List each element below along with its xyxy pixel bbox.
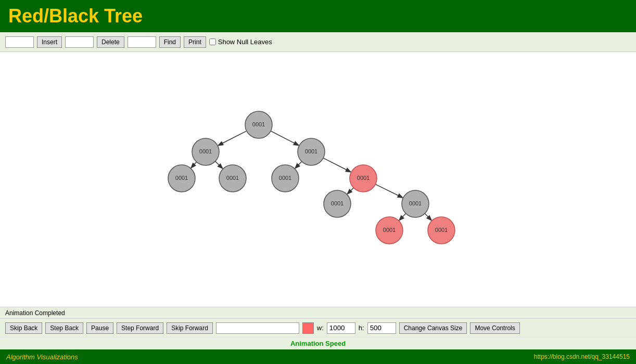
node-label: 0001 [383, 227, 396, 233]
delete-input[interactable] [65, 36, 94, 48]
tree-node: 0001 [192, 138, 219, 165]
tree-node: 0001 [272, 165, 299, 192]
footer: Algorithm Visualizations https://blog.cs… [0, 349, 636, 364]
change-canvas-button[interactable]: Change Canvas Size [399, 322, 467, 334]
status-message: Animation Completed [5, 309, 65, 317]
tree-node: 0001 [219, 165, 246, 192]
delete-button[interactable]: Delete [97, 36, 124, 48]
tree-edge [271, 131, 298, 145]
node-label: 0001 [279, 175, 291, 181]
skip-back-button[interactable]: Skip Back [5, 322, 42, 334]
height-input[interactable] [367, 322, 396, 334]
node-label: 0001 [199, 148, 212, 154]
speed-input[interactable] [216, 322, 299, 334]
skip-forward-button[interactable]: Skip Forward [167, 322, 213, 334]
color-picker[interactable] [302, 322, 314, 334]
node-label: 0001 [435, 227, 448, 233]
tree-node: 0001 [324, 190, 351, 217]
show-null-leaves-label[interactable]: Show Null Leaves [209, 38, 272, 46]
node-label: 0001 [175, 175, 188, 181]
tree-node: 0001 [298, 138, 325, 165]
tree-node: 0001 [245, 111, 272, 138]
footer-right: https://blog.csdn.net/qq_33144515 [534, 353, 630, 360]
tree-edge [400, 214, 406, 220]
node-label: 0001 [331, 200, 344, 206]
node-label: 0001 [409, 200, 422, 206]
pause-button[interactable]: Pause [86, 322, 113, 334]
footer-left: Algorithm Visualizations [6, 353, 78, 361]
header: Red/Black Tree [0, 0, 636, 32]
bottom-controls: Skip Back Step Back Pause Step Forward S… [0, 318, 636, 337]
show-null-leaves-checkbox[interactable] [209, 38, 216, 45]
animation-speed-row: Animation Speed [0, 337, 636, 349]
tree-edge [323, 158, 350, 172]
insert-input[interactable] [5, 36, 34, 48]
nodes-group: 0001000100010001000100010001000100010001… [168, 111, 455, 244]
node-label: 0001 [252, 121, 265, 127]
step-forward-button[interactable]: Step Forward [117, 322, 163, 334]
tree-node: 0001 [168, 165, 195, 192]
tree-svg: 0001000100010001000100010001000100010001… [0, 52, 636, 307]
w-label: w: [317, 324, 324, 332]
node-label: 0001 [226, 175, 239, 181]
tree-node: 0001 [428, 217, 455, 244]
h-label: h: [359, 324, 364, 332]
animation-speed-label: Animation Speed [290, 340, 346, 347]
status-bar: Animation Completed [0, 307, 636, 318]
tree-edge [219, 131, 247, 145]
node-label: 0001 [357, 175, 370, 181]
toolbar: Insert Delete Find Print Show Null Leave… [0, 32, 636, 52]
move-controls-button[interactable]: Move Controls [470, 322, 519, 334]
canvas-area: 0001000100010001000100010001000100010001… [0, 52, 636, 307]
insert-button[interactable]: Insert [37, 36, 62, 48]
tree-edge [296, 162, 302, 168]
tree-edge [375, 184, 402, 197]
tree-edge [215, 161, 222, 168]
tree-node: 0001 [376, 217, 403, 244]
show-null-leaves-text: Show Null Leaves [218, 38, 272, 46]
tree-edge [348, 188, 353, 193]
width-input[interactable] [327, 322, 355, 334]
print-button[interactable]: Print [184, 36, 206, 48]
tree-node: 0001 [350, 165, 377, 192]
node-label: 0001 [305, 148, 317, 154]
find-input[interactable] [128, 36, 156, 48]
step-back-button[interactable]: Step Back [45, 322, 83, 334]
tree-edge [192, 162, 197, 167]
tree-node: 0001 [402, 190, 429, 217]
page-title: Red/Black Tree [8, 5, 143, 27]
tree-edge [425, 214, 431, 220]
find-button[interactable]: Find [159, 36, 181, 48]
